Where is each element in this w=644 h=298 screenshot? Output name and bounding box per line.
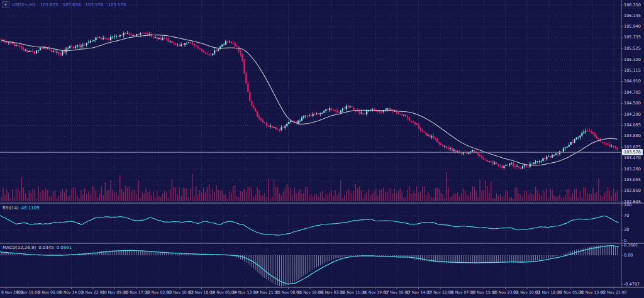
chart-header: ▼ USDX+,H1 103.625 103.638 103.578 103.5… bbox=[2, 1, 128, 8]
candlestick-layer[interactable] bbox=[1, 31, 618, 170]
macd-indicator-label: MACD(12,26,9) 0.0345 0.0861 bbox=[3, 245, 72, 250]
ohlc-close-value: 103.578 bbox=[108, 3, 126, 8]
rsi-name: RSI(14) bbox=[3, 206, 19, 211]
macd-signal-value: 0.0861 bbox=[57, 245, 72, 250]
axis-lines bbox=[0, 0, 644, 289]
rsi-indicator-label: RSI(14) 46.1109 bbox=[3, 206, 40, 211]
chart-canvas[interactable] bbox=[0, 0, 644, 298]
ohlc-open-value: 103.625 bbox=[40, 3, 58, 8]
macd-main-value: 0.0345 bbox=[38, 245, 54, 250]
ohlc-low-value: 103.578 bbox=[85, 3, 103, 8]
rsi-value: 46.1109 bbox=[21, 206, 40, 211]
macd-name: MACD(12,26,9) bbox=[3, 245, 36, 250]
current-price-tag: 103.578 bbox=[622, 149, 643, 155]
moving-average-line bbox=[1, 35, 617, 165]
symbol-timeframe-label: USDX+,H1 bbox=[12, 3, 36, 8]
macd-histogram bbox=[1, 245, 617, 287]
ohlc-high-value: 103.638 bbox=[63, 3, 81, 8]
collapse-chart-button[interactable]: ▼ bbox=[2, 1, 9, 8]
trading-chart-window: ▼ USDX+,H1 103.625 103.638 103.578 103.5… bbox=[0, 0, 644, 298]
